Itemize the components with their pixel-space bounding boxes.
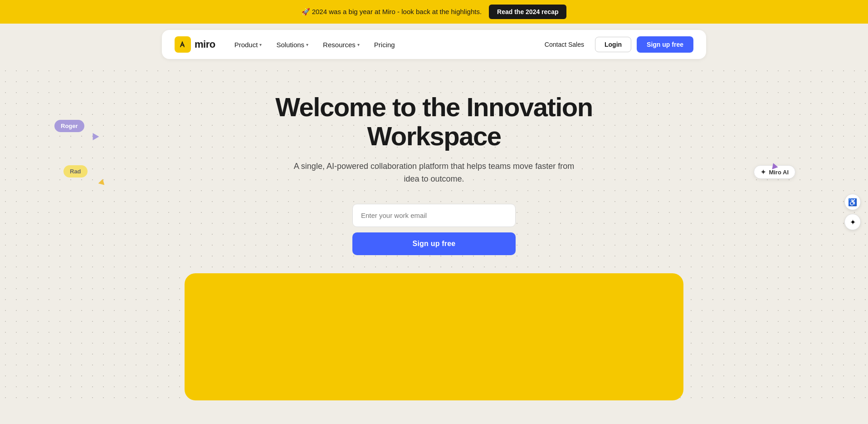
accessibility-icon-button[interactable]: ♿	[844, 194, 861, 210]
hero-subtitle: A single, AI-powered collaboration platf…	[289, 160, 579, 186]
cursor-arrow-roger	[90, 131, 99, 140]
top-banner: 🚀 2024 was a big year at Miro - look bac…	[0, 0, 868, 24]
navbar: miro Product ▾ Solutions ▾ Resources ▾ P…	[162, 30, 706, 59]
login-button[interactable]: Login	[595, 37, 631, 52]
nav-right: Contact Sales Login Sign up free	[539, 36, 693, 53]
logo-icon	[175, 36, 191, 53]
logo-link[interactable]: miro	[175, 36, 215, 53]
nav-product[interactable]: Product ▾	[228, 37, 268, 52]
contact-sales-link[interactable]: Contact Sales	[539, 37, 590, 52]
cursor-badge-roger: Roger	[54, 120, 84, 132]
nav-wrapper: miro Product ▾ Solutions ▾ Resources ▾ P…	[0, 24, 868, 65]
chevron-down-icon: ▾	[259, 42, 262, 47]
hero-title: Welcome to the Innovation Workspace	[253, 93, 615, 151]
network-icon-button[interactable]: ✦	[844, 214, 861, 230]
nav-signup-button[interactable]: Sign up free	[637, 36, 693, 53]
logo-text: miro	[195, 39, 215, 50]
cursor-arrow-rad	[98, 178, 106, 185]
sparkle-icon: ✦	[761, 168, 766, 176]
hero-signup-button[interactable]: Sign up free	[352, 232, 516, 255]
email-input[interactable]	[352, 204, 516, 227]
nav-solutions[interactable]: Solutions ▾	[270, 37, 315, 52]
network-icon: ✦	[850, 218, 856, 227]
nav-links: Product ▾ Solutions ▾ Resources ▾ Pricin…	[228, 37, 539, 52]
nav-resources[interactable]: Resources ▾	[317, 37, 366, 52]
hero-section: Roger Rad ✦ Miro AI Welcome to the Innov…	[0, 65, 868, 400]
chevron-down-icon: ▾	[306, 42, 308, 47]
cursor-badge-rad: Rad	[63, 165, 88, 177]
board-preview	[185, 273, 683, 400]
nav-pricing[interactable]: Pricing	[368, 37, 401, 52]
email-signup-form: Sign up free	[352, 204, 516, 255]
banner-text: 🚀 2024 was a big year at Miro - look bac…	[302, 8, 482, 16]
banner-cta-button[interactable]: Read the 2024 recap	[489, 5, 566, 19]
accessibility-icon: ♿	[848, 198, 857, 207]
floating-right-panel: ♿ ✦	[844, 194, 861, 230]
chevron-down-icon: ▾	[357, 42, 360, 47]
